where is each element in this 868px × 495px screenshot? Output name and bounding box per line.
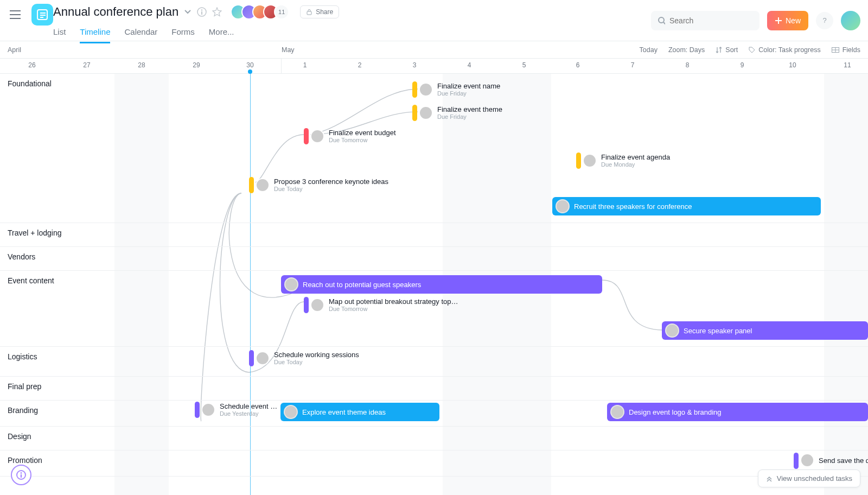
- date-number: 30: [246, 61, 253, 69]
- project-title[interactable]: Annual conference plan: [53, 5, 178, 19]
- search-input[interactable]: [669, 16, 753, 25]
- section: FoundationalFinalize event nameDue Frida…: [0, 74, 868, 223]
- section-label[interactable]: Travel + lodging: [8, 229, 61, 237]
- info-icon[interactable]: [197, 7, 207, 17]
- task-bar[interactable]: Design event logo & branding: [607, 403, 868, 421]
- assignee-avatar: [800, 453, 814, 467]
- task-pill[interactable]: [249, 350, 254, 366]
- search-field[interactable]: [651, 11, 760, 30]
- date-number: 28: [138, 61, 145, 69]
- star-icon[interactable]: [212, 7, 222, 17]
- assignee-avatar: [256, 178, 270, 192]
- task-name: Reach out to potential guest speakers: [303, 281, 421, 289]
- color-button[interactable]: Color: Task progress: [749, 46, 820, 54]
- task-due: Due Tomorrow: [329, 306, 458, 312]
- task-name: Explore event theme ideas: [302, 408, 386, 416]
- today-button[interactable]: Today: [640, 46, 658, 54]
- tab-list[interactable]: List: [53, 24, 66, 43]
- date-number: 1: [303, 61, 307, 69]
- section-label[interactable]: Foundational: [8, 79, 52, 88]
- section: Vendors: [0, 247, 868, 271]
- assignee-avatar: [419, 106, 433, 120]
- timeline-body[interactable]: FoundationalFinalize event nameDue Frida…: [0, 74, 868, 495]
- help-button[interactable]: ?: [816, 12, 833, 29]
- task-label[interactable]: Finalize event agendaDue Monday: [583, 153, 670, 168]
- chevron-up-double-icon: [766, 475, 773, 482]
- svg-rect-10: [307, 11, 311, 15]
- sort-button[interactable]: Sort: [716, 46, 738, 54]
- task-bar[interactable]: Recruit three speakers for conference: [552, 197, 821, 215]
- assignee-avatar: [310, 129, 324, 143]
- section: Travel + lodging: [0, 223, 868, 247]
- share-button[interactable]: Share: [300, 5, 339, 18]
- view-unscheduled-label: View unscheduled tasks: [777, 474, 852, 483]
- timeline-header: April May Today Zoom: Days Sort Color: T…: [0, 41, 868, 59]
- task-pill[interactable]: [412, 105, 417, 121]
- current-user-avatar[interactable]: [841, 11, 860, 30]
- assignee-avatar: [419, 82, 433, 97]
- view-unscheduled-button[interactable]: View unscheduled tasks: [758, 469, 860, 487]
- task-due: Due Today: [274, 186, 388, 192]
- assignee-avatar: [583, 154, 597, 168]
- info-fab[interactable]: [11, 465, 31, 485]
- section-label[interactable]: Event content: [8, 276, 54, 285]
- tab-forms[interactable]: Forms: [171, 24, 195, 43]
- svg-line-12: [663, 22, 665, 24]
- task-due: Due Monday: [601, 161, 670, 168]
- month-label: April: [0, 46, 21, 54]
- svg-rect-9: [201, 11, 202, 15]
- task-bar[interactable]: Explore event theme ideas: [280, 403, 439, 421]
- task-pill[interactable]: [249, 177, 254, 193]
- tab-more[interactable]: More...: [209, 24, 234, 43]
- avatar-overflow-count[interactable]: 11: [274, 4, 289, 20]
- assignee-avatar: [556, 199, 570, 213]
- hamburger-icon[interactable]: [7, 6, 24, 23]
- task-pill[interactable]: [304, 128, 309, 144]
- task-label[interactable]: Map out potential breakout strategy top……: [310, 297, 458, 312]
- date-number: 4: [468, 61, 471, 69]
- task-pill[interactable]: [304, 297, 309, 313]
- sort-icon: [716, 47, 722, 53]
- task-label[interactable]: Finalize event nameDue Friday: [419, 82, 500, 97]
- task-label[interactable]: Schedule working sessionsDue Today: [256, 351, 359, 365]
- task-bar[interactable]: Reach out to potential guest speakers: [281, 275, 602, 294]
- date-number: 26: [28, 61, 35, 69]
- section-label[interactable]: Design: [8, 432, 31, 441]
- task-name: Finalize event budget: [329, 129, 396, 137]
- tab-calendar[interactable]: Calendar: [124, 24, 157, 43]
- section-label[interactable]: Vendors: [8, 252, 35, 261]
- task-pill[interactable]: [412, 81, 417, 98]
- month-label: May: [282, 46, 295, 54]
- task-due: Due Today: [274, 359, 359, 365]
- svg-rect-20: [21, 474, 22, 478]
- fields-button[interactable]: Fields: [832, 46, 860, 54]
- task-pill[interactable]: [195, 402, 200, 418]
- zoom-button[interactable]: Zoom: Days: [668, 46, 705, 54]
- task-label[interactable]: Finalize event budgetDue Tomorrow: [310, 129, 396, 143]
- share-label: Share: [316, 8, 333, 16]
- task-label[interactable]: Finalize event themeDue Friday: [419, 105, 502, 120]
- chevron-down-icon[interactable]: [184, 9, 192, 15]
- section-label[interactable]: Final prep: [8, 382, 41, 391]
- task-pill[interactable]: [794, 453, 799, 469]
- task-name: Secure speaker panel: [684, 327, 752, 335]
- section: Final prep: [0, 377, 868, 401]
- member-avatars[interactable]: 11: [231, 4, 289, 20]
- section-label[interactable]: Promotion: [8, 456, 42, 465]
- task-name: Map out potential breakout strategy top…: [329, 297, 458, 306]
- tab-timeline[interactable]: Timeline: [80, 24, 110, 43]
- task-pill[interactable]: [576, 153, 581, 169]
- task-name: Schedule working sessions: [274, 351, 359, 359]
- task-bar[interactable]: Secure speaker panel: [662, 321, 868, 340]
- section-label[interactable]: Logistics: [8, 352, 37, 361]
- search-icon: [658, 16, 665, 25]
- task-name: Schedule event …: [220, 402, 277, 410]
- section-label[interactable]: Branding: [8, 406, 38, 415]
- task-label[interactable]: Propose 3 conference keynote ideasDue To…: [256, 177, 388, 192]
- task-label[interactable]: Send save the d…: [800, 453, 868, 467]
- new-button[interactable]: New: [767, 11, 808, 30]
- project-icon[interactable]: [31, 4, 53, 26]
- task-label[interactable]: Schedule event …Due Yesterday: [201, 402, 277, 417]
- month-divider: [281, 59, 282, 73]
- new-label: New: [786, 16, 801, 25]
